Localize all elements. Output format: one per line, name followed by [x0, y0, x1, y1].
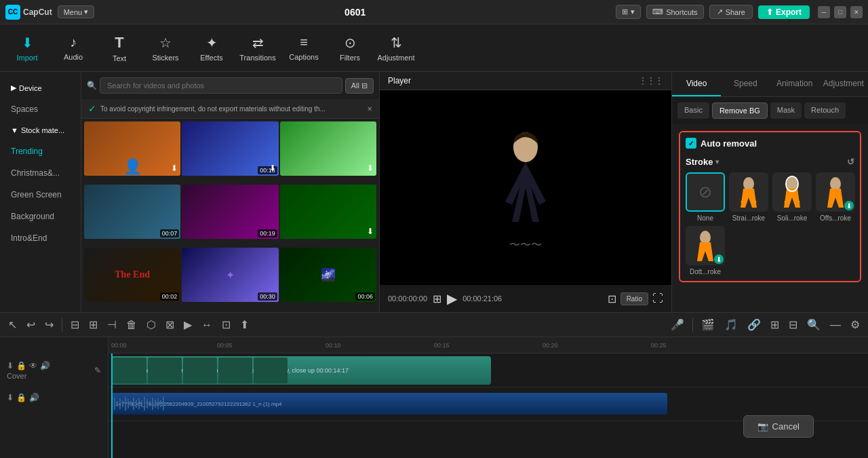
media-thumb-8[interactable]: ✦ 00:30 [182, 248, 278, 302]
maximize-button[interactable]: □ [834, 6, 846, 18]
fullscreen-fit-button[interactable]: ⊡ [608, 292, 616, 305]
sidebar-item-introend[interactable]: Intro&End [3, 228, 78, 248]
subtab-basic[interactable]: Basic [677, 102, 709, 119]
settings-tl-button[interactable]: ⚙ [848, 317, 863, 332]
share-button[interactable]: ↗ Share [709, 5, 753, 19]
menu-button[interactable]: Menu ▾ [58, 5, 95, 18]
sidebar-item-device[interactable]: ▶ Device [3, 78, 78, 98]
reset-icon[interactable]: ↺ [847, 157, 854, 167]
tab-animation[interactable]: Animation [770, 72, 819, 96]
tool-text[interactable]: T Text [98, 28, 141, 69]
stroke-item-solid[interactable]: Soli...roke [772, 172, 812, 222]
tab-video[interactable]: Video [672, 72, 721, 96]
media-thumb-1[interactable]: 👤 ⬇ [84, 121, 180, 176]
tool-transitions[interactable]: ⇄ Transitions [236, 28, 279, 69]
notice-close-icon[interactable]: ✕ [367, 105, 372, 113]
fullscreen-button[interactable]: ⛶ [652, 292, 663, 305]
tool-adjustment[interactable]: ⇅ Adjustment [374, 28, 418, 69]
zoom-out-tl-button[interactable]: 🔍 [804, 317, 823, 332]
ratio-button[interactable]: Ratio [620, 292, 648, 305]
monitor-button[interactable]: ⊞ ▾ [616, 5, 641, 19]
grid-view-button[interactable]: ⊞ [433, 292, 441, 305]
tab-adjustment[interactable]: Adjustment [819, 72, 868, 96]
tool-stickers[interactable]: ☆ Stickers [144, 28, 187, 69]
center-button[interactable]: ⊞ [768, 317, 782, 332]
tool-audio[interactable]: ♪ Audio [52, 28, 95, 69]
link-button[interactable]: 🔗 [745, 317, 764, 332]
tab-speed[interactable]: Speed [721, 72, 770, 96]
zoom-range-button[interactable]: — [827, 318, 844, 332]
shortcuts-button[interactable]: ⌨ Shortcuts [646, 5, 703, 19]
subtab-mask[interactable]: Mask [770, 102, 802, 119]
export-button[interactable]: ⬆ Export [758, 5, 810, 19]
sidebar-item-background[interactable]: Background [3, 206, 78, 227]
duplicate-button[interactable]: ⊠ [163, 317, 177, 332]
stroke-expand-icon[interactable]: ▾ [715, 158, 719, 166]
media-thumb-5[interactable]: 00:19 [182, 185, 278, 239]
stroke-item-dotted[interactable]: ⬇ Dott...roke [686, 226, 725, 275]
eye-tl-icon[interactable]: 👁 [29, 361, 37, 370]
window-controls: ─ □ ✕ [818, 6, 863, 18]
sidebar-item-trending[interactable]: Trending [3, 141, 78, 161]
mirror-button[interactable]: ↔ [199, 318, 215, 332]
audio-tl-icon[interactable]: 🔊 [40, 361, 50, 370]
crop-button[interactable]: ⊡ [219, 317, 233, 332]
media-thumb-3[interactable]: ⬇ [280, 121, 376, 176]
download-audio-icon[interactable]: ⬇ [7, 393, 14, 402]
media-notice: ✓ To avoid copyright infringement, do no… [81, 99, 379, 119]
close-button[interactable]: ✕ [850, 6, 863, 18]
minimize-button[interactable]: ─ [818, 6, 830, 18]
media-thumb-2[interactable]: 00:15 ⬇ [182, 121, 278, 176]
cancel-button[interactable]: 📷 Cancel [743, 415, 814, 438]
media-thumb-7[interactable]: The End 00:02 [84, 248, 180, 302]
stroke-item-none[interactable]: ⊘ None [686, 172, 725, 222]
sidebar-item-christmas[interactable]: Christmas&... [3, 163, 78, 183]
sidebar-item-spaces[interactable]: Spaces [3, 99, 78, 119]
lock-audio-icon[interactable]: 🔒 [16, 393, 26, 402]
subtab-retouch[interactable]: Retouch [804, 102, 846, 119]
media-thumb-6[interactable]: ⬇ [280, 185, 376, 239]
audio-volume-icon[interactable]: 🔊 [29, 393, 39, 402]
zoom-audio-button[interactable]: 🎵 [722, 317, 741, 332]
microphone-button[interactable]: 🎤 [668, 317, 687, 332]
tool-import[interactable]: ⬇ Import [5, 28, 49, 69]
media-thumb-9[interactable]: 🌌 00:06 [280, 248, 376, 302]
video-clip[interactable]: young mixed race woman exploring forest … [111, 356, 491, 385]
subtab-remove-bg[interactable]: Remove BG [712, 102, 768, 119]
extract-button[interactable]: ⬆ [237, 317, 252, 332]
sidebar-item-stock[interactable]: ▼ Stock mate... [3, 121, 78, 140]
shield-button[interactable]: ⬡ [144, 317, 159, 332]
media-search-input[interactable] [100, 77, 342, 94]
media-thumb-4[interactable]: 00:07 [84, 185, 180, 239]
tool-effects[interactable]: ✦ Effects [190, 28, 233, 69]
all-filter-button[interactable]: All ⊟ [345, 78, 374, 94]
tool-captions[interactable]: ≡ Captions [282, 28, 326, 69]
download-tl-icon[interactable]: ⬇ [7, 361, 14, 370]
trim-button[interactable]: ⊣ [104, 317, 119, 332]
filters-icon: ⊙ [344, 35, 356, 51]
playhead[interactable] [111, 354, 113, 458]
stroke-item-straight[interactable]: Strai...roke [729, 172, 768, 222]
menu-arrow-icon: ▾ [84, 7, 88, 16]
stroke-label-offset: Offs...roke [820, 214, 851, 222]
split-button[interactable]: ⊟ [68, 317, 82, 332]
play-button-tl[interactable]: ▶ [181, 317, 195, 332]
auto-removal-label: Auto removal [701, 138, 757, 149]
select-tool-button[interactable]: ↖ [5, 317, 20, 332]
edit-tl-icon[interactable]: ✎ [94, 366, 101, 375]
audio-clip[interactable]: 147774045_7610750562204939_2100527921222… [111, 393, 667, 415]
lock-tl-icon[interactable]: 🔒 [16, 361, 26, 370]
auto-removal-checkbox[interactable]: ✓ [686, 138, 696, 149]
tool-filters[interactable]: ⊙ Filters [328, 28, 372, 69]
project-timecode: 0601 [100, 7, 610, 18]
undo-button[interactable]: ↩ [24, 317, 38, 332]
caption-button[interactable]: ⊟ [786, 317, 800, 332]
play-button[interactable]: ▶ [447, 290, 457, 307]
sidebar-item-greenscreen[interactable]: Green Screen [3, 185, 78, 205]
delete-button[interactable]: 🗑 [123, 318, 140, 332]
redo-button[interactable]: ↪ [42, 317, 56, 332]
split-alt-button[interactable]: ⊞ [86, 317, 100, 332]
player-menu-icon[interactable]: ⋮⋮⋮ [639, 76, 663, 85]
stroke-item-offset[interactable]: ⬇ Offs...roke [816, 172, 855, 222]
zoom-video-button[interactable]: 🎬 [698, 317, 717, 332]
